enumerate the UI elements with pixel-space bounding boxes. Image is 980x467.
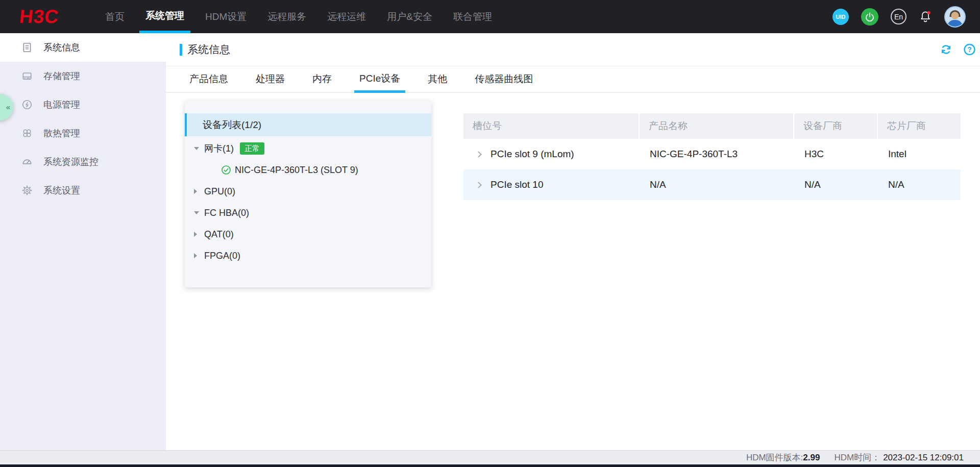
sidebar-item-storage[interactable]: 存储管理 — [0, 62, 166, 90]
power-button[interactable] — [861, 8, 878, 26]
sidebar-item-system-info[interactable]: 系统信息 — [0, 33, 166, 62]
device-tree: 网卡(1) 正常 NIC-GE-4P-360T-L3 (SLOT 9) GPU(… — [185, 136, 431, 266]
firmware-version-value: 2.99 — [803, 453, 820, 463]
table-row[interactable]: PCIe slot 9 (mLom) NIC-GE-4P-360T-L3 H3C… — [463, 139, 961, 169]
cell-product: NIC-GE-4P-360T-L3 — [640, 149, 793, 160]
firmware-version-label: HDM固件版本: — [746, 452, 803, 463]
nav-item-system-management[interactable]: 系统管理 — [139, 0, 190, 33]
tab-memory[interactable]: 内存 — [307, 66, 337, 93]
sidebar-item-power[interactable]: 电源管理 — [0, 90, 166, 119]
sidebar-item-label: 散热管理 — [43, 127, 80, 139]
sidebar-item-thermal[interactable]: 散热管理 — [0, 119, 166, 148]
sidebar-item-system-settings[interactable]: 系统设置 — [0, 176, 166, 205]
cell-slot: PCIe slot 10 — [491, 179, 544, 190]
sidebar-item-label: 存储管理 — [43, 70, 80, 82]
navbar-actions: UID En — [832, 0, 966, 33]
sidebar-item-label: 电源管理 — [43, 99, 80, 111]
nav-item-federated-management[interactable]: 联合管理 — [447, 0, 498, 33]
tab-others[interactable]: 其他 — [423, 66, 452, 93]
cell-vendor: N/A — [794, 179, 877, 190]
storage-icon — [21, 70, 33, 82]
sidebar: 系统信息 存储管理 电源管理 散热管理 — [0, 33, 166, 450]
expand-arrow-down-icon[interactable] — [194, 211, 199, 214]
title-accent-bar — [180, 44, 182, 56]
cell-product: N/A — [640, 179, 793, 190]
top-navbar: H3C 首页 系统管理 HDM设置 远程服务 远程运维 用户&安全 联合管理 U… — [0, 0, 980, 33]
page-header-actions: ? — [940, 43, 976, 56]
tree-item-qat[interactable]: QAT(0) — [185, 224, 431, 245]
main-menu: 首页 系统管理 HDM设置 远程服务 远程运维 用户&安全 联合管理 — [99, 0, 498, 33]
tab-pcie-devices[interactable]: PCIe设备 — [354, 66, 405, 93]
hdm-app: H3C 首页 系统管理 HDM设置 远程服务 远程运维 用户&安全 联合管理 U… — [0, 0, 980, 467]
notification-dot — [927, 11, 930, 14]
nav-item-user-security[interactable]: 用户&安全 — [381, 0, 438, 33]
power-circle-icon — [21, 99, 33, 110]
tab-bar: 产品信息 处理器 内存 PCIe设备 其他 传感器曲线图 — [166, 66, 980, 93]
help-icon[interactable]: ? — [963, 43, 976, 56]
collapse-arrows-icon: « — [6, 103, 10, 111]
column-header-product: 产品名称 — [640, 113, 793, 139]
page-title: 系统信息 — [187, 42, 230, 57]
notification-bell-button[interactable] — [919, 10, 932, 24]
nav-item-remote-services[interactable]: 远程服务 — [261, 0, 312, 33]
expand-arrow-right-icon[interactable] — [194, 253, 197, 258]
device-list-panel: 设备列表(1/2) 网卡(1) 正常 NIC-GE-4P-360T-L3 (SL… — [185, 101, 431, 287]
fan-icon — [21, 128, 33, 139]
cell-slot: PCIe slot 9 (mLom) — [491, 149, 574, 160]
sidebar-item-label: 系统设置 — [43, 184, 80, 196]
tab-processor[interactable]: 处理器 — [251, 66, 290, 93]
cell-chip: Intel — [878, 149, 961, 160]
user-avatar[interactable] — [944, 6, 966, 28]
tree-item-nic[interactable]: 网卡(1) 正常 — [185, 138, 431, 159]
tab-sensor-curves[interactable]: 传感器曲线图 — [470, 66, 538, 93]
tab-product-info[interactable]: 产品信息 — [184, 66, 233, 93]
language-toggle-button[interactable]: En — [891, 9, 906, 24]
device-list-title: 设备列表(1/2) — [185, 118, 261, 132]
document-icon — [21, 42, 33, 53]
check-circle-icon — [221, 165, 231, 175]
svg-text:?: ? — [967, 46, 971, 54]
hdm-time-label: HDM时间： — [834, 452, 880, 463]
cell-chip: N/A — [878, 179, 961, 190]
h3c-logo: H3C — [18, 6, 60, 28]
tree-item-fpga[interactable]: FPGA(0) — [185, 245, 431, 266]
sidebar-item-resource-monitor[interactable]: 系统资源监控 — [0, 148, 166, 176]
main-content: 系统信息 ? 产品信息 处理器 内存 PCIe设备 其他 传感器曲线图 — [166, 33, 980, 450]
table-row[interactable]: PCIe slot 10 N/A N/A N/A — [463, 169, 961, 200]
expand-arrow-right-icon[interactable] — [194, 232, 197, 237]
nav-item-remote-ops[interactable]: 远程运维 — [321, 0, 372, 33]
tree-item-nic-child[interactable]: NIC-GE-4P-360T-L3 (SLOT 9) — [185, 159, 431, 181]
nav-item-hdm-settings[interactable]: HDM设置 — [199, 0, 253, 33]
expand-arrow-down-icon[interactable] — [194, 147, 199, 150]
device-list-header[interactable]: 设备列表(1/2) — [185, 113, 431, 136]
cell-vendor: H3C — [794, 149, 877, 160]
table-header-row: 槽位号 产品名称 设备厂商 芯片厂商 — [463, 113, 961, 139]
refresh-icon[interactable] — [940, 43, 952, 56]
status-badge-normal: 正常 — [240, 142, 264, 155]
pcie-table: 槽位号 产品名称 设备厂商 芯片厂商 PCIe slot 9 (mLom) NI… — [463, 113, 961, 200]
column-header-chip: 芯片厂商 — [878, 113, 961, 139]
sidebar-item-label: 系统信息 — [43, 41, 80, 54]
nav-item-home[interactable]: 首页 — [99, 0, 131, 33]
selected-accent-bar — [185, 113, 187, 136]
sidebar-item-label: 系统资源监控 — [43, 156, 99, 168]
bell-icon — [919, 10, 932, 24]
gauge-icon — [21, 156, 33, 167]
status-bar: HDM固件版本: 2.99 HDM时间： 2023-02-15 12:09:01 — [0, 450, 980, 464]
row-expand-chevron-icon[interactable] — [475, 151, 482, 158]
hdm-time-value: 2023-02-15 12:09:01 — [883, 453, 964, 463]
uid-led-button[interactable]: UID — [832, 9, 849, 25]
gear-icon — [21, 185, 33, 196]
power-icon — [865, 12, 875, 22]
bottom-dark-strip — [0, 464, 980, 467]
expand-arrow-right-icon[interactable] — [194, 189, 197, 194]
row-expand-chevron-icon[interactable] — [475, 182, 482, 188]
column-header-vendor: 设备厂商 — [794, 113, 877, 139]
tree-item-fc-hba[interactable]: FC HBA(0) — [185, 202, 431, 224]
column-header-slot: 槽位号 — [463, 113, 639, 139]
tree-item-gpu[interactable]: GPU(0) — [185, 181, 431, 202]
page-header: 系统信息 ? — [166, 33, 980, 66]
